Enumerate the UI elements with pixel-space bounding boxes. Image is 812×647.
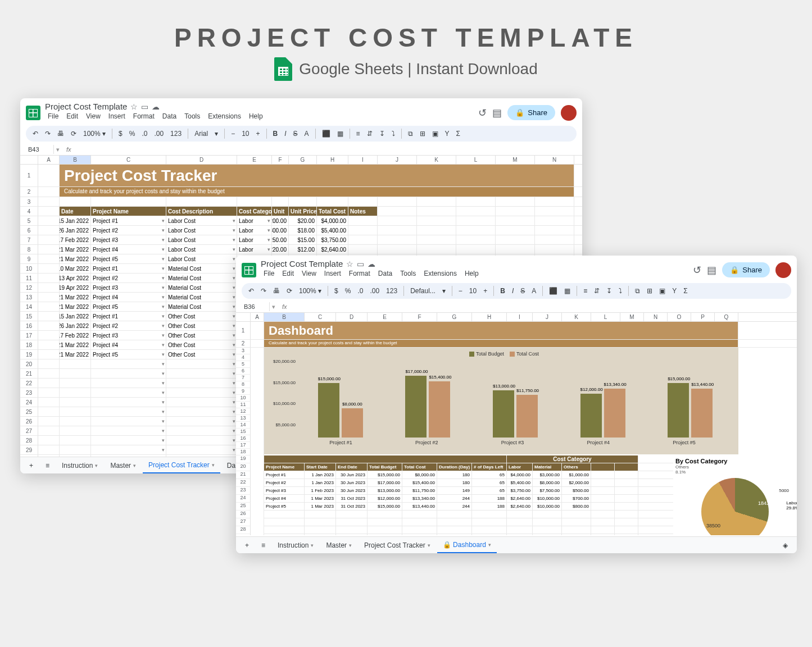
sheet-tab[interactable]: 🔒 Dashboard ▾: [437, 537, 497, 553]
toolbar-item[interactable]: 123: [168, 128, 184, 139]
move-icon[interactable]: ▭: [357, 259, 364, 268]
toolbar-item[interactable]: Σ: [681, 285, 689, 297]
menu-insert[interactable]: Insert: [106, 111, 128, 121]
toolbar-item[interactable]: S: [291, 128, 300, 139]
toolbar-item[interactable]: S: [518, 285, 527, 297]
formula-bar[interactable]: B36▾ fx: [236, 301, 797, 313]
toolbar-item[interactable]: .00: [368, 285, 382, 297]
toolbar-item[interactable]: %: [127, 128, 138, 139]
menu-extensions[interactable]: Extensions: [421, 268, 460, 279]
toolbar-item[interactable]: −: [229, 128, 237, 139]
comment-icon[interactable]: ▤: [492, 107, 502, 119]
star-icon[interactable]: ☆: [346, 259, 353, 268]
sheet-tab[interactable]: Master ▾: [320, 538, 357, 553]
toolbar-item[interactable]: ⊞: [645, 285, 655, 297]
toolbar-item[interactable]: %: [343, 285, 353, 297]
menu-edit[interactable]: Edit: [279, 268, 297, 279]
all-sheets-button[interactable]: ≡: [40, 458, 55, 473]
toolbar-item[interactable]: Arial: [192, 128, 210, 139]
menu-edit[interactable]: Edit: [63, 111, 81, 121]
add-sheet-button[interactable]: +: [24, 458, 39, 473]
toolbar-item[interactable]: ↷: [258, 285, 269, 297]
menu-format[interactable]: Format: [130, 111, 157, 121]
star-icon[interactable]: ☆: [130, 102, 138, 111]
menu-insert[interactable]: Insert: [321, 268, 344, 279]
doc-title[interactable]: Project Cost Template: [45, 102, 127, 111]
toolbar-item[interactable]: 10: [467, 285, 479, 297]
toolbar-item[interactable]: ≡: [354, 128, 362, 139]
avatar[interactable]: [561, 105, 577, 121]
avatar[interactable]: [775, 262, 791, 278]
name-box[interactable]: B43: [26, 145, 54, 154]
menu-help[interactable]: Help: [462, 268, 482, 279]
move-icon[interactable]: ▭: [141, 102, 148, 111]
toolbar-item[interactable]: Defaul...: [408, 285, 438, 297]
comment-icon[interactable]: ▤: [707, 264, 716, 276]
toolbar-item[interactable]: ⧉: [406, 128, 415, 139]
name-box[interactable]: B36: [242, 302, 270, 311]
toolbar-item[interactable]: 10: [239, 128, 251, 139]
sheet-tab[interactable]: Instruction ▾: [56, 458, 103, 473]
toolbar-item[interactable]: $: [116, 128, 125, 139]
toolbar-item[interactable]: A: [302, 128, 311, 139]
share-button[interactable]: 🔒Share: [722, 262, 770, 277]
toolbar-item[interactable]: .0: [355, 285, 365, 297]
share-button[interactable]: 🔒Share: [507, 105, 555, 120]
toolbar-item[interactable]: Σ: [454, 128, 462, 139]
toolbar-item[interactable]: +: [481, 285, 489, 297]
menu-view[interactable]: View: [299, 268, 319, 279]
toolbar-item[interactable]: ▣: [657, 285, 668, 297]
toolbar-item[interactable]: +: [254, 128, 262, 139]
toolbar-item[interactable]: ↷: [43, 128, 53, 139]
menu-tools[interactable]: Tools: [397, 268, 419, 279]
sheet-body[interactable]: 1Dashboard2Calculate and track your proj…: [236, 322, 797, 535]
toolbar-item[interactable]: .00: [152, 128, 166, 139]
all-sheets-button[interactable]: ≡: [256, 538, 271, 553]
history-icon[interactable]: ↺: [478, 107, 487, 119]
menu-format[interactable]: Format: [346, 268, 373, 279]
doc-title[interactable]: Project Cost Template: [261, 259, 343, 268]
toolbar-item[interactable]: 🖶: [271, 285, 282, 297]
toolbar-item[interactable]: 🖶: [55, 128, 66, 139]
toolbar-item[interactable]: ▦: [335, 128, 346, 139]
toolbar-item[interactable]: B: [271, 128, 280, 139]
toolbar-item[interactable]: $: [332, 285, 341, 297]
menu-file[interactable]: File: [261, 268, 277, 279]
menu-data[interactable]: Data: [160, 111, 179, 121]
sheets-doc-icon[interactable]: [242, 263, 256, 277]
menu-file[interactable]: File: [45, 111, 61, 121]
cloud-icon[interactable]: ☁: [368, 259, 375, 268]
menu-help[interactable]: Help: [246, 111, 266, 121]
toolbar-item[interactable]: 100% ▾: [297, 285, 324, 297]
menu-tools[interactable]: Tools: [182, 111, 203, 121]
toolbar-item[interactable]: ⟳: [284, 285, 294, 297]
toolbar-item[interactable]: ↧: [604, 285, 614, 297]
menu-view[interactable]: View: [83, 111, 103, 121]
toolbar-item[interactable]: B: [498, 285, 507, 297]
toolbar-item[interactable]: ⟳: [69, 128, 79, 139]
add-sheet-button[interactable]: +: [239, 538, 255, 553]
toolbar-item[interactable]: ⇵: [365, 128, 375, 139]
toolbar-item[interactable]: I: [282, 128, 288, 139]
menu-data[interactable]: Data: [375, 268, 395, 279]
toolbar-item[interactable]: ⬛: [547, 285, 560, 297]
formula-bar[interactable]: B43▾ fx: [20, 144, 582, 156]
toolbar-item[interactable]: ⤵: [389, 128, 397, 139]
sheet-tab[interactable]: Instruction ▾: [272, 538, 319, 553]
toolbar-item[interactable]: −: [456, 285, 465, 297]
menu-extensions[interactable]: Extensions: [205, 111, 244, 121]
toolbar-item[interactable]: .0: [139, 128, 149, 139]
explore-button[interactable]: ◈: [777, 538, 793, 553]
toolbar-item[interactable]: ⇵: [592, 285, 602, 297]
toolbar-item[interactable]: I: [510, 285, 516, 297]
toolbar-item[interactable]: ⊞: [418, 128, 428, 139]
toolbar-item[interactable]: Y: [443, 128, 452, 139]
toolbar-item[interactable]: ⧉: [633, 285, 642, 297]
history-icon[interactable]: ↺: [693, 264, 701, 276]
toolbar-item[interactable]: ▾: [440, 285, 448, 297]
sheet-tab[interactable]: Master ▾: [105, 458, 142, 473]
toolbar-item[interactable]: ⤵: [616, 285, 624, 297]
sheet-tab[interactable]: Project Cost Tracker ▾: [359, 538, 436, 553]
toolbar-item[interactable]: A: [529, 285, 538, 297]
toolbar-item[interactable]: ▣: [430, 128, 441, 139]
